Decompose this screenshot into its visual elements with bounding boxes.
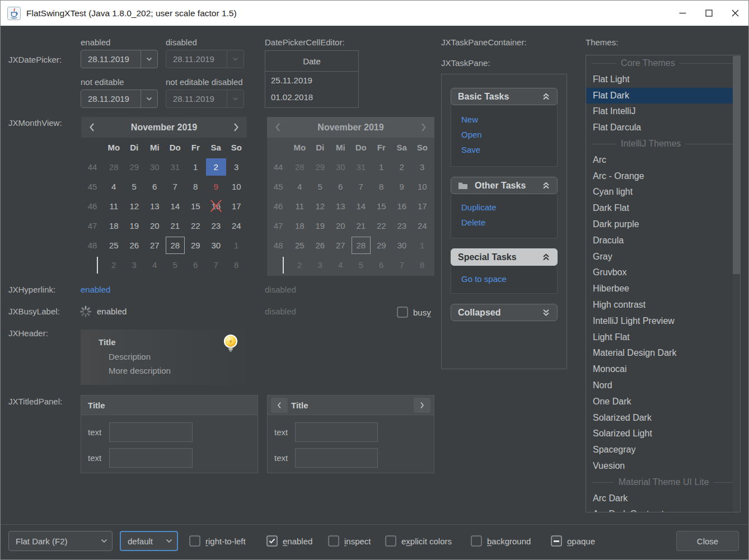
calendar-day[interactable]: 11 <box>105 197 123 215</box>
task-pane-header[interactable]: Special Tasks <box>451 248 558 266</box>
calendar-day[interactable]: 2 <box>206 158 226 176</box>
calendar-day[interactable]: 17 <box>227 197 245 215</box>
checkbox-label[interactable]: inspect <box>344 537 371 546</box>
unchecked-checkbox[interactable] <box>385 535 396 547</box>
theme-item[interactable]: Arc Dark <box>586 491 740 507</box>
checkbox-label[interactable]: enabled <box>283 537 312 546</box>
text-field[interactable] <box>295 448 378 468</box>
chevron-down-icon[interactable] <box>161 532 177 550</box>
theme-item[interactable]: Dark Flat <box>586 200 740 217</box>
toolbar-checkbox-opaque[interactable]: opaque <box>551 531 595 551</box>
checkbox-label[interactable]: background <box>487 537 531 546</box>
table-row[interactable]: 25.11.2019 <box>265 72 358 88</box>
toolbar-checkbox-explicit-colors[interactable]: explicit colors <box>385 531 452 551</box>
scrollbar-thumb[interactable] <box>733 56 740 274</box>
theme-item[interactable]: Hiberbee <box>586 281 740 297</box>
task-pane-header[interactable]: Other Tasks <box>451 177 558 194</box>
theme-item[interactable]: Solarized Light <box>586 426 740 442</box>
unchecked-checkbox[interactable] <box>397 307 408 318</box>
calendar-day[interactable]: 22 <box>186 217 204 234</box>
task-link[interactable]: New <box>461 112 557 127</box>
task-pane-header[interactable]: Collapsed <box>451 304 558 321</box>
double-chevron-up-icon[interactable] <box>542 92 550 101</box>
task-link[interactable]: Duplicate <box>461 200 557 215</box>
theme-item[interactable]: Flat IntelliJ <box>586 103 740 120</box>
task-link[interactable]: Save <box>461 142 557 157</box>
calendar-day[interactable]: 25 <box>105 237 123 254</box>
calendar-day[interactable]: 7 <box>166 178 184 195</box>
calendar-day[interactable]: 30 <box>146 158 163 176</box>
theme-item[interactable]: Gray <box>586 249 740 265</box>
combo-value[interactable]: default <box>121 537 161 546</box>
text-field[interactable] <box>109 448 193 468</box>
calendar-day[interactable]: 9 <box>207 178 225 195</box>
calendar-day[interactable]: 16 <box>207 197 225 215</box>
theme-item[interactable]: Flat Dark <box>586 88 740 104</box>
calendar-day[interactable]: 1 <box>186 158 204 176</box>
calendar-day[interactable]: 5 <box>125 178 143 195</box>
theme-item[interactable]: Arc - Orange <box>586 168 740 185</box>
unchecked-checkbox[interactable] <box>189 535 200 547</box>
theme-item[interactable]: Gruvbox <box>586 265 740 281</box>
calendar-day[interactable]: 12 <box>125 197 143 215</box>
theme-item[interactable]: Spacegray <box>586 442 740 458</box>
calendar-day[interactable]: 29 <box>125 158 143 176</box>
calendar-day[interactable]: 24 <box>227 217 245 234</box>
calendar-day[interactable]: 18 <box>105 217 123 234</box>
calendar-day[interactable]: 14 <box>166 197 184 215</box>
theme-item[interactable]: Solarized Dark <box>586 410 740 426</box>
toolbar-checkbox-enabled[interactable]: enabled <box>266 531 312 551</box>
calendar-day[interactable]: 3 <box>227 158 245 176</box>
theme-item[interactable]: IntelliJ Light Preview <box>586 313 740 330</box>
theme-item[interactable]: Nord <box>586 378 740 394</box>
theme-item[interactable]: Flat Darcula <box>586 120 740 136</box>
calendar-day[interactable]: 8 <box>227 256 245 274</box>
calendar-day[interactable]: 4 <box>105 178 123 195</box>
unchecked-checkbox[interactable] <box>471 535 482 547</box>
theme-item[interactable]: One Dark <box>586 394 740 410</box>
calendar-day[interactable]: 13 <box>146 197 163 215</box>
indeterminate-checkbox[interactable] <box>551 535 562 547</box>
close-button-window[interactable] <box>722 1 748 26</box>
calendar-day[interactable]: 28 <box>166 237 185 254</box>
checkbox-label[interactable]: busy <box>413 308 431 317</box>
calendar-day[interactable]: 29 <box>186 237 204 254</box>
calendar-day[interactable]: 1 <box>227 237 245 254</box>
theme-item[interactable]: Material Design Dark <box>586 345 740 361</box>
calendar-day[interactable]: 26 <box>125 237 143 254</box>
toolbar-checkbox-right-to-left[interactable]: right-to-left <box>189 531 246 551</box>
theme-item[interactable]: Dark purple <box>586 217 740 233</box>
theme-item[interactable]: Cyan light <box>586 184 740 200</box>
checkbox-label[interactable]: right-to-left <box>205 537 246 546</box>
datepicker-not-editable[interactable]: 28.11.2019 <box>81 90 158 108</box>
theme-item[interactable]: High contrast <box>586 297 740 313</box>
calendar-day[interactable]: 4 <box>146 256 163 274</box>
theme-item[interactable]: Dracula <box>586 233 740 249</box>
busy-checkbox[interactable]: busy <box>397 302 431 322</box>
checkbox-label[interactable]: explicit colors <box>401 537 452 546</box>
calendar-day[interactable]: 20 <box>146 217 163 234</box>
calendar-day[interactable]: 8 <box>186 178 204 195</box>
theme-item[interactable]: Vuesion <box>586 458 740 474</box>
theme-item[interactable]: Flat Light <box>586 72 740 88</box>
next-month-button[interactable] <box>226 123 247 132</box>
theme-item[interactable]: Monocai <box>586 361 740 378</box>
calendar-day[interactable]: 3 <box>125 256 143 274</box>
toolbar-checkbox-background[interactable]: background <box>471 531 531 551</box>
datepicker-value[interactable]: 28.11.2019 <box>81 94 141 103</box>
datepicker-value[interactable]: 28.11.2019 <box>81 54 141 64</box>
chevron-left-button[interactable] <box>271 398 288 413</box>
calendar-day[interactable]: 27 <box>146 237 163 254</box>
combo-value[interactable]: Flat Dark (F2) <box>9 537 96 546</box>
chevron-down-icon[interactable] <box>141 50 157 68</box>
calendar-day[interactable]: 30 <box>207 237 225 254</box>
scale-combo[interactable]: default <box>120 531 178 551</box>
calendar-day[interactable]: 6 <box>146 178 163 195</box>
chevron-right-button[interactable] <box>414 398 430 413</box>
calendar-day[interactable]: 5 <box>166 256 184 274</box>
close-button[interactable]: Close <box>676 531 739 551</box>
calendar-day[interactable]: 2 <box>105 256 123 274</box>
calendar-day[interactable]: 31 <box>166 158 184 176</box>
text-field[interactable] <box>295 422 378 442</box>
task-pane-header[interactable]: Basic Tasks <box>451 88 558 105</box>
